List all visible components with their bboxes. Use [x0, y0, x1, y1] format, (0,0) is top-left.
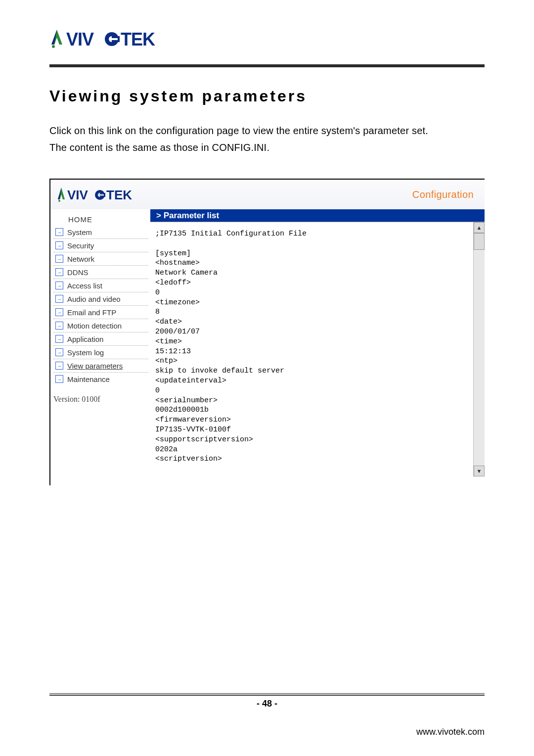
arrow-right-icon: →: [55, 335, 63, 343]
nav-item-label: Maintenance: [67, 375, 110, 383]
nav-item-label: System log: [67, 348, 104, 357]
arrow-right-icon: →: [55, 282, 63, 289]
arrow-right-icon: →: [55, 228, 63, 236]
nav-item-motion-detection[interactable]: →Motion detection: [53, 319, 148, 332]
arrow-right-icon: →: [55, 241, 63, 249]
svg-text:TEK: TEK: [121, 29, 155, 49]
nav-home-link[interactable]: HOME: [53, 214, 148, 225]
nav-item-application[interactable]: →Application: [53, 332, 148, 346]
scroll-track[interactable]: [474, 250, 485, 466]
brand-logo: VIV TEK: [49, 25, 485, 52]
nav-item-ddns[interactable]: →DDNS: [53, 266, 148, 279]
screenshot-brand-logo: VIV TEK: [56, 185, 138, 204]
nav-item-label: Access list: [67, 282, 102, 290]
svg-text:VIV: VIV: [66, 29, 94, 49]
arrow-right-icon: →: [55, 255, 63, 263]
svg-text:VIV: VIV: [67, 188, 89, 202]
svg-point-8: [58, 200, 60, 202]
svg-text:TEK: TEK: [106, 188, 132, 202]
nav-sidebar: HOME →System →Security →Network →DDNS →A…: [50, 209, 150, 476]
footer-divider: [49, 693, 485, 696]
svg-point-1: [52, 45, 55, 48]
nav-item-audio-video[interactable]: →Audio and video: [53, 292, 148, 306]
arrow-right-icon: →: [55, 375, 63, 383]
footer-url: www.vivotek.com: [49, 727, 485, 737]
nav-item-label: System: [67, 228, 92, 236]
page-number: - 48 -: [49, 699, 485, 709]
nav-item-email-ftp[interactable]: →Email and FTP: [53, 306, 148, 319]
section-title: Viewing system parameters: [49, 87, 485, 105]
nav-item-label: View parameters: [67, 362, 123, 370]
arrow-right-icon: →: [55, 295, 63, 303]
nav-item-security[interactable]: →Security: [53, 239, 148, 252]
arrow-right-icon: →: [55, 268, 63, 276]
arrow-right-icon: →: [55, 322, 63, 330]
nav-item-label: Motion detection: [67, 322, 122, 330]
arrow-right-icon: →: [55, 348, 63, 356]
nav-item-system[interactable]: →System: [53, 226, 148, 239]
nav-item-label: Audio and video: [67, 295, 121, 303]
scrollbar[interactable]: ▲ ▼: [473, 222, 485, 476]
svg-rect-13: [100, 194, 104, 196]
nav-item-label: Email and FTP: [67, 308, 116, 317]
nav-item-label: Network: [67, 255, 94, 263]
section-description: Click on this link on the configuration …: [49, 122, 485, 156]
nav-item-maintenance[interactable]: →Maintenance: [53, 373, 148, 386]
nav-item-system-log[interactable]: →System log: [53, 346, 148, 359]
parameter-text: ;IP7135 Initial Configuration File [syst…: [150, 222, 473, 476]
nav-item-view-parameters[interactable]: →View parameters: [53, 359, 148, 373]
nav-item-label: DDNS: [67, 268, 89, 277]
scroll-down-icon[interactable]: ▼: [474, 466, 485, 476]
desc-line-1: Click on this link on the configuration …: [49, 125, 428, 136]
scroll-up-icon[interactable]: ▲: [474, 222, 485, 233]
configuration-link[interactable]: Configuration: [412, 189, 474, 200]
arrow-right-icon: →: [55, 362, 63, 370]
svg-rect-6: [112, 38, 118, 40]
nav-item-label: Application: [67, 335, 103, 343]
nav-item-access-list[interactable]: →Access list: [53, 279, 148, 292]
config-screenshot: VIV TEK Configuration HOME →System →Secu…: [49, 179, 485, 485]
header-divider: [49, 64, 485, 67]
nav-item-network[interactable]: →Network: [53, 252, 148, 266]
arrow-right-icon: →: [55, 308, 63, 316]
panel-title: > Parameter list: [150, 209, 485, 222]
nav-item-label: Security: [67, 241, 94, 250]
desc-line-2: The content is the same as those in CONF…: [49, 142, 269, 153]
scroll-thumb[interactable]: [474, 233, 485, 250]
version-label: Version: 0100f: [53, 395, 148, 404]
